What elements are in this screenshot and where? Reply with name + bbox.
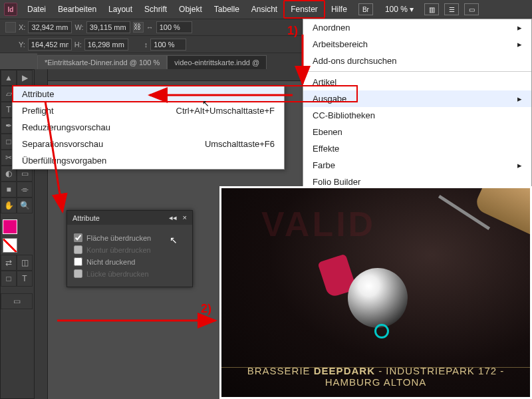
chk-luecke [74, 269, 82, 278]
note-tool[interactable]: ■ [1, 182, 17, 198]
menu-schrift[interactable]: Schrift [138, 1, 173, 17]
preview-cork [473, 186, 532, 239]
panel-close-icon[interactable]: × [183, 213, 187, 221]
w-field[interactable] [86, 21, 130, 33]
scale-y-field[interactable] [150, 39, 186, 51]
menu-ansicht[interactable]: Ansicht [245, 1, 283, 17]
direct-selection-tool[interactable]: ▶ [17, 70, 33, 86]
sx-label: ↔ [146, 23, 154, 31]
cursor-icon-2: ↖ [202, 98, 209, 108]
dd-arbeitsbereich[interactable]: Arbeitsbereich▸ [303, 36, 531, 53]
stroke-swatch[interactable] [3, 238, 17, 253]
format-container-icon[interactable]: ◫ [17, 255, 33, 271]
default-colors-icon[interactable]: ⇄ [1, 255, 17, 271]
sy-label: ↕ [144, 41, 148, 49]
menu-hilfe[interactable]: Hilfe [325, 1, 353, 17]
scale-x-field[interactable] [156, 21, 192, 33]
opt-luecke: Lücke überdrucken [74, 269, 186, 278]
dd-anordnen[interactable]: Anordnen▸ [303, 19, 531, 36]
annotation-1: 1) [287, 24, 298, 38]
h-label: H: [74, 41, 82, 49]
menu-tabelle[interactable]: Tabelle [208, 1, 245, 17]
dd-farbe[interactable]: Farbe▸ [303, 157, 531, 174]
menu-datei[interactable]: Datei [21, 1, 52, 17]
attribute-panel-header[interactable]: Attribute ◂◂ × [67, 211, 192, 225]
dd-ebenen[interactable]: Ebenen [303, 124, 531, 140]
tab-video[interactable]: video-eintrittskarte.indd @ [167, 55, 267, 69]
screen-mode-icon[interactable]: ▭ [464, 3, 479, 15]
preview-footer-text: BRASSERIE DEEPDARK - INDUSTRIEPARK 172 -… [221, 365, 530, 388]
sub-reduzierung[interactable]: Reduzierungsvorschau [13, 119, 284, 136]
preview-faint-text: VALID [261, 204, 376, 244]
selection-tool[interactable]: ▲ [1, 70, 17, 86]
annotation-box-ausgabe [12, 85, 358, 102]
y-label: Y: [19, 41, 25, 49]
bridge-button[interactable]: Br [358, 3, 373, 15]
tab-dinner[interactable]: *Eintrittskarte-Dinner.indd @ 100 % [37, 55, 167, 69]
x-field[interactable] [28, 21, 72, 33]
w-label: W: [74, 23, 83, 31]
fill-swatch[interactable] [3, 219, 17, 234]
view-mode-icon[interactable]: ▥ [424, 3, 439, 15]
sub-preflight[interactable]: PreflightCtrl+Alt+Umschalttaste+F [13, 102, 284, 119]
chk-nichtdruckend[interactable] [74, 257, 82, 266]
eyedropper-tool[interactable]: ⌯ [17, 182, 33, 198]
panel-collapse-icon[interactable]: ◂◂ [169, 213, 177, 221]
sub-separations[interactable]: SeparationsvorschauUmschalttaste+F6 [13, 136, 284, 152]
link-icon[interactable]: ⛓ [133, 22, 144, 33]
menu-bar: Id Datei Bearbeiten Layout Schrift Objek… [0, 0, 532, 19]
dd-cc[interactable]: CC-Bibliotheken [303, 107, 531, 124]
hand-tool[interactable]: ✋ [1, 198, 17, 213]
document-preview: VALID BRASSERIE DEEPDARK - INDUSTRIEPARK… [219, 186, 532, 399]
dd-separator [303, 71, 531, 72]
refpoint-icon[interactable] [5, 22, 16, 33]
annotation-2: 2) [201, 302, 211, 316]
menu-bearbeiten[interactable]: Bearbeiten [52, 1, 102, 17]
menu-objekt[interactable]: Objekt [173, 1, 208, 17]
zoom-tool[interactable]: 🔍 [17, 198, 33, 213]
apply-color-icon[interactable]: □ [1, 271, 17, 287]
dd-addons[interactable]: Add-ons durchsuchen [303, 53, 531, 69]
opt-flaeche[interactable]: Fläche überdrucken [74, 233, 186, 242]
preview-ball [348, 268, 408, 328]
screen-mode-normal[interactable]: ▭ [1, 293, 33, 309]
cursor-icon: ↖ [170, 235, 178, 245]
y-field[interactable] [28, 39, 72, 51]
t-icon[interactable]: T [17, 271, 33, 287]
zoom-level[interactable]: 100 % ▾ [381, 3, 418, 15]
attribute-panel-title: Attribute [72, 214, 100, 222]
menu-fenster[interactable]: Fenster [283, 0, 325, 19]
sub-ueberfuellung[interactable]: Überfüllungsvorgaben [13, 152, 284, 169]
fenster-dropdown: Anordnen▸ Arbeitsbereich▸ Add-ons durchs… [303, 19, 532, 191]
x-label: X: [19, 23, 25, 31]
h-field[interactable] [84, 39, 128, 51]
menu-layout[interactable]: Layout [102, 1, 138, 17]
dd-effekte[interactable]: Effekte [303, 140, 531, 157]
arrange-icon[interactable]: ☰ [444, 3, 459, 15]
opt-nichtdruckend[interactable]: Nicht druckend [74, 257, 186, 266]
attribute-panel: Attribute ◂◂ × Fläche überdrucken Kontur… [66, 210, 193, 287]
chk-flaeche[interactable] [74, 233, 82, 242]
opt-kontur: Kontur überdrucken [74, 245, 186, 254]
app-logo: Id [4, 3, 17, 16]
chk-kontur [74, 245, 82, 254]
